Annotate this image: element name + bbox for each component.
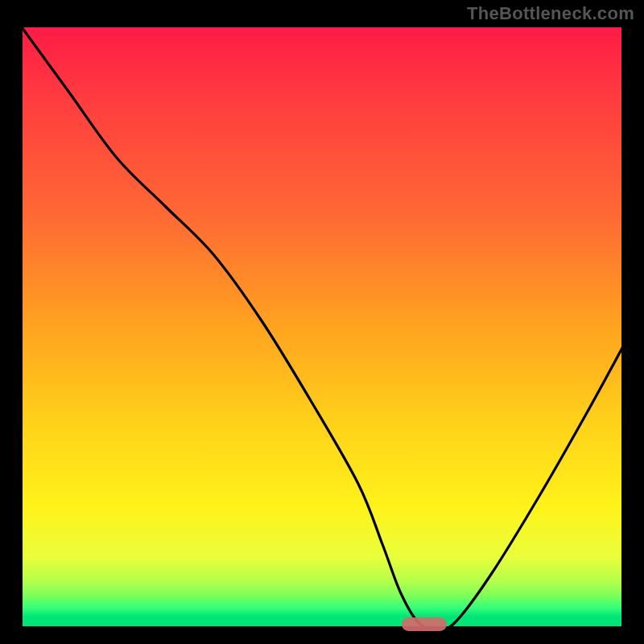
optimum-marker [402, 617, 447, 631]
plot-area [18, 23, 631, 636]
chart-frame: TheBottleneck.com [0, 0, 644, 644]
watermark-text: TheBottleneck.com [467, 3, 634, 24]
bottleneck-curve [20, 25, 624, 629]
